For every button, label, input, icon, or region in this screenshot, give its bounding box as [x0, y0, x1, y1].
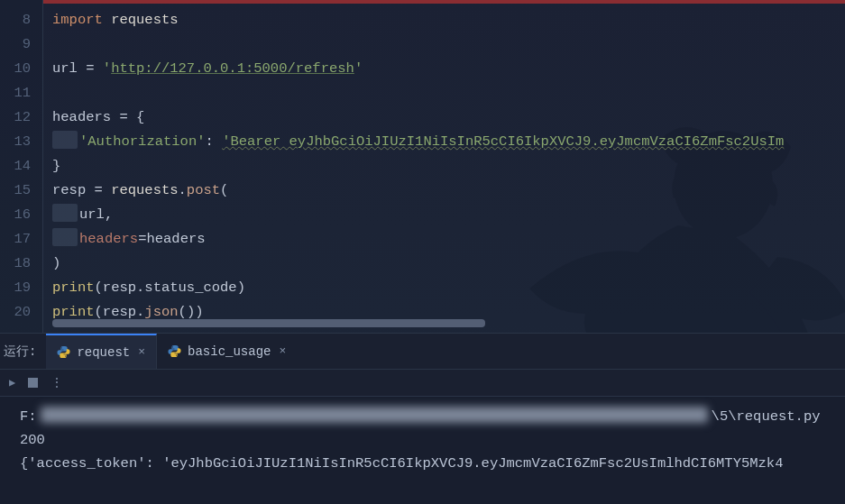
line-number: 13	[0, 130, 42, 154]
code-line[interactable]: resp = requests.post(	[52, 179, 845, 203]
console-line: {'access_token': 'eyJhbGciOiJIUzI1NiIsIn…	[20, 452, 845, 475]
line-number: 20	[0, 300, 42, 325]
code-line[interactable]: url = 'http://127.0.0.1:5000/refresh'	[52, 57, 845, 81]
code-line[interactable]: import requests	[52, 8, 845, 32]
line-number: 9	[0, 32, 42, 57]
code-body[interactable]: import requests url = 'http://127.0.0.1:…	[43, 0, 845, 333]
run-toolbar: ▶ ⋮	[0, 370, 845, 397]
python-icon	[168, 344, 181, 358]
more-icon[interactable]: ⋮	[51, 375, 65, 390]
run-label: 运行:	[0, 334, 46, 369]
line-number: 10	[0, 57, 42, 81]
line-number: 14	[0, 154, 42, 179]
code-line[interactable]: headers = {	[52, 105, 845, 130]
console-line: F:\5\request.py	[20, 405, 845, 428]
line-number: 17	[0, 227, 42, 252]
console-line: 200	[20, 428, 845, 452]
close-icon[interactable]: ×	[277, 344, 288, 358]
horizontal-scrollbar[interactable]	[52, 319, 485, 327]
rerun-icon[interactable]: ▶	[9, 376, 15, 389]
run-tab-request[interactable]: request ×	[46, 334, 157, 369]
editor-top-border	[43, 0, 845, 4]
line-number: 12	[0, 105, 42, 130]
code-line[interactable]: headers=headers	[52, 227, 845, 252]
tab-label: request	[77, 345, 130, 360]
run-tab-basic-usage[interactable]: basic_usage ×	[157, 334, 297, 369]
code-line[interactable]: )	[52, 252, 845, 276]
code-line[interactable]	[52, 81, 845, 105]
line-number: 15	[0, 179, 42, 203]
tab-label: basic_usage	[188, 344, 271, 359]
code-line[interactable]: }	[52, 154, 845, 179]
stop-icon[interactable]	[28, 378, 38, 388]
run-tab-bar: 运行: request × basic_usage ×	[0, 334, 845, 370]
line-number: 16	[0, 203, 42, 227]
code-line[interactable]	[52, 32, 845, 57]
code-line[interactable]: url,	[52, 203, 845, 227]
code-line[interactable]: print(resp.status_code)	[52, 276, 845, 300]
line-number: 8	[0, 8, 42, 32]
code-line[interactable]: 'Authorization': 'Bearer eyJhbGciOiJIUzI…	[52, 130, 845, 154]
line-number-gutter: 8 9 10 11 12 13 14 15 16 17 18 19 20	[0, 0, 43, 333]
line-number: 11	[0, 81, 42, 105]
redacted-path	[41, 407, 708, 423]
code-editor[interactable]: 8 9 10 11 12 13 14 15 16 17 18 19 20 imp…	[0, 0, 845, 334]
line-number: 18	[0, 252, 42, 276]
console-output[interactable]: F:\5\request.py 200 {'access_token': 'ey…	[0, 397, 845, 504]
python-icon	[57, 345, 70, 359]
line-number: 19	[0, 276, 42, 300]
close-icon[interactable]: ×	[136, 345, 147, 359]
